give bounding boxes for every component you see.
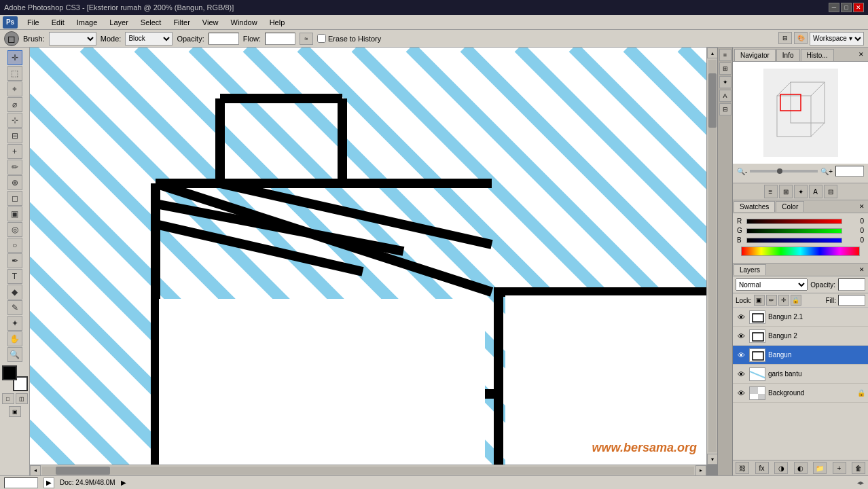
g-slider[interactable] xyxy=(746,228,842,234)
menu-filter[interactable]: Filter xyxy=(168,17,195,28)
eyedropper-tool[interactable]: ✦ xyxy=(7,316,22,331)
layer-visibility-bangun[interactable]: 👁 xyxy=(736,350,746,361)
canvas-options-btn[interactable]: ⊟ xyxy=(778,32,792,44)
fill-input[interactable]: 100% xyxy=(838,295,865,306)
layer-visibility-background[interactable]: 👁 xyxy=(736,388,746,399)
layers-close[interactable]: ✕ xyxy=(856,264,867,275)
info-tab[interactable]: Info xyxy=(776,49,800,61)
eraser-tool-icon[interactable]: ◻ xyxy=(4,31,19,46)
photoshop-canvas[interactable] xyxy=(30,48,706,465)
r-slider[interactable] xyxy=(746,219,842,224)
menu-edit[interactable]: Edit xyxy=(46,17,70,28)
layers-tab[interactable]: Layers xyxy=(734,264,766,275)
magic-wand-tool[interactable]: ⌀ xyxy=(7,97,22,112)
hand-tool[interactable]: ✋ xyxy=(7,331,22,346)
layer-visibility-bangun21[interactable]: 👁 xyxy=(736,312,746,323)
scroll-right-btn[interactable]: ▸ xyxy=(695,465,706,476)
brush-tool[interactable]: ✏ xyxy=(7,160,22,175)
menu-layer[interactable]: Layer xyxy=(104,17,134,28)
layer-group-btn[interactable]: 📁 xyxy=(813,462,827,474)
b-slider[interactable] xyxy=(746,238,842,243)
move-tool[interactable]: ✛ xyxy=(7,50,22,65)
opacity-input[interactable]: 100% xyxy=(209,33,239,45)
lock-all-btn[interactable]: 🔒 xyxy=(791,295,801,306)
lasso-tool[interactable]: ⌖ xyxy=(7,82,22,96)
navigator-tab[interactable]: Navigator xyxy=(734,49,776,61)
zoom-value-input[interactable]: 200% xyxy=(835,166,864,177)
panel-icon-5[interactable]: ⊟ xyxy=(719,103,731,115)
swatches-tab[interactable]: Swatches xyxy=(734,201,775,212)
minimize-button[interactable]: ─ xyxy=(829,3,839,12)
color-tab[interactable]: Color xyxy=(776,201,804,212)
zoom-in-icon[interactable]: 🔍+ xyxy=(820,168,833,175)
layer-item-bangun[interactable]: 👁 Bangun xyxy=(733,346,868,365)
color-panel-close[interactable]: ✕ xyxy=(856,201,867,212)
blend-mode-select[interactable]: Normal xyxy=(736,278,808,291)
erase-history-checkbox[interactable] xyxy=(317,34,326,43)
zoom-slider[interactable] xyxy=(750,170,818,173)
notes-tool[interactable]: ✎ xyxy=(7,300,22,315)
stamp-tool[interactable]: ⊕ xyxy=(7,175,22,190)
scroll-down-btn[interactable]: ▾ xyxy=(707,454,718,465)
layer-delete-btn[interactable]: 🗑 xyxy=(852,462,865,474)
layer-mask-btn[interactable]: ◑ xyxy=(774,462,788,474)
progress-icon[interactable]: ▶ xyxy=(43,477,54,488)
marquee-tool[interactable]: ⬚ xyxy=(7,66,22,81)
panel-tool-1[interactable]: ≡ xyxy=(764,185,778,198)
shape-tool[interactable]: ◆ xyxy=(7,285,22,300)
zoom-input[interactable]: 200% xyxy=(4,477,38,488)
layer-visibility-garis[interactable]: 👁 xyxy=(736,369,746,380)
layer-item-bangun21[interactable]: 👁 Bangun 2.1 xyxy=(733,308,868,327)
lock-image-btn[interactable]: ✏ xyxy=(766,295,777,306)
scroll-up-btn[interactable]: ▴ xyxy=(707,48,718,58)
gradient-tool[interactable]: ▣ xyxy=(7,206,22,221)
layer-new-btn[interactable]: + xyxy=(833,462,846,474)
workspace-select[interactable]: Workspace ▾ xyxy=(810,32,864,46)
blur-tool[interactable]: ◎ xyxy=(7,222,22,237)
navigator-close[interactable]: ✕ xyxy=(856,49,867,61)
crop-tool[interactable]: ⊹ xyxy=(7,113,22,128)
h-scrollbar[interactable]: ◂ ▸ xyxy=(30,465,706,475)
lock-transparent-btn[interactable]: ▣ xyxy=(754,295,765,306)
dodge-tool[interactable]: ○ xyxy=(7,238,22,253)
layer-link-btn[interactable]: ⛓ xyxy=(736,462,749,474)
screen-mode-btn[interactable]: ▣ xyxy=(9,406,21,417)
menu-file[interactable]: File xyxy=(22,17,45,28)
h-scroll-track[interactable] xyxy=(42,467,694,475)
panel-tool-3[interactable]: ✦ xyxy=(794,185,808,198)
menu-image[interactable]: Image xyxy=(71,17,103,28)
panel-tool-5[interactable]: ⊟ xyxy=(824,185,837,198)
scroll-left-btn[interactable]: ◂ xyxy=(30,465,41,476)
menu-view[interactable]: View xyxy=(197,17,224,28)
flow-input[interactable]: 100% xyxy=(265,33,295,45)
menu-select[interactable]: Select xyxy=(135,17,167,28)
foreground-color[interactable] xyxy=(2,365,17,380)
panel-tool-4[interactable]: A xyxy=(809,185,822,198)
panel-icon-3[interactable]: ✦ xyxy=(719,76,731,88)
quick-mask-standard[interactable]: □ xyxy=(2,393,14,404)
airbrush-icon[interactable]: ≈ xyxy=(300,33,313,45)
brush-select[interactable] xyxy=(49,32,96,46)
layer-item-bangun2[interactable]: 👁 Bangun 2 xyxy=(733,327,868,346)
color-management-btn[interactable]: 🎨 xyxy=(794,32,808,44)
menu-window[interactable]: Window xyxy=(225,17,263,28)
lock-position-btn[interactable]: ✛ xyxy=(778,295,789,306)
maximize-button[interactable]: □ xyxy=(841,3,852,12)
layer-adjust-btn[interactable]: ◐ xyxy=(794,462,808,474)
panel-icon-2[interactable]: ⊞ xyxy=(719,62,731,75)
panel-icon-4[interactable]: A xyxy=(719,90,731,102)
eraser-tool[interactable]: ◻ xyxy=(7,191,22,206)
zoom-out-icon[interactable]: 🔍- xyxy=(737,168,747,175)
heal-tool[interactable]: + xyxy=(7,144,22,159)
mode-select[interactable]: Block xyxy=(125,32,173,46)
layer-item-garis[interactable]: 👁 garis bantu xyxy=(733,365,868,384)
layer-item-background[interactable]: 👁 Background 🔒 xyxy=(733,384,868,403)
close-button[interactable]: ✕ xyxy=(853,3,864,12)
v-scroll-track[interactable] xyxy=(708,60,717,452)
v-scrollbar[interactable]: ▴ ▾ xyxy=(706,48,717,465)
pen-tool[interactable]: ✒ xyxy=(7,253,22,268)
layer-visibility-bangun2[interactable]: 👁 xyxy=(736,331,746,342)
spectrum-bar[interactable] xyxy=(741,247,860,256)
layers-opacity-input[interactable]: 100% xyxy=(838,278,865,291)
status-arrow[interactable]: ▶ xyxy=(121,479,126,486)
